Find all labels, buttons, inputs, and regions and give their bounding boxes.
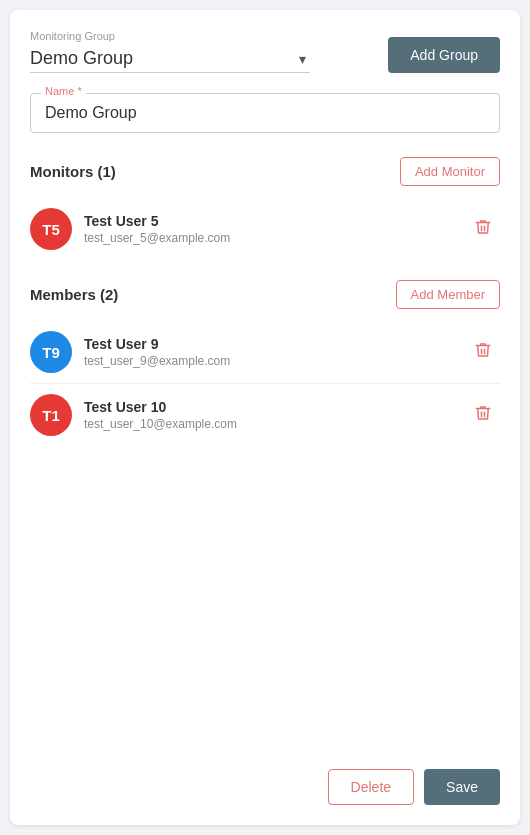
user-email: test_user_5@example.com [84,230,466,247]
monitors-section-header: Monitors (1) Add Monitor [30,157,500,186]
delete-button[interactable]: Delete [328,769,414,805]
main-card: Monitoring Group Demo Group ▾ Add Group … [10,10,520,825]
delete-monitor-button[interactable] [466,214,500,245]
trash-icon [474,218,492,236]
avatar-initials: T9 [42,344,60,361]
monitor-row: T5 Test User 5 test_user_5@example.com [30,198,500,260]
monitoring-group-select[interactable]: Demo Group [30,44,310,73]
trash-icon [474,341,492,359]
delete-member-button[interactable] [466,337,500,368]
footer-row: Delete Save [328,769,500,805]
member-row: T1 Test User 10 test_user_10@example.com [30,384,500,446]
avatar-initials: T1 [42,407,60,424]
add-member-button[interactable]: Add Member [396,280,500,309]
user-name: Test User 9 [84,335,466,353]
avatar: T9 [30,331,72,373]
members-section: Members (2) Add Member T9 Test User 9 te… [30,280,500,446]
user-email: test_user_10@example.com [84,416,466,433]
avatar: T1 [30,394,72,436]
avatar: T5 [30,208,72,250]
user-name: Test User 10 [84,398,466,416]
monitors-section: Monitors (1) Add Monitor T5 Test User 5 … [30,157,500,260]
user-email: test_user_9@example.com [84,353,466,370]
header-row: Monitoring Group Demo Group ▾ Add Group [30,30,500,73]
dropdown-select-wrapper: Demo Group ▾ [30,44,310,73]
user-info: Test User 10 test_user_10@example.com [84,398,466,433]
members-section-header: Members (2) Add Member [30,280,500,309]
member-row: T9 Test User 9 test_user_9@example.com [30,321,500,384]
name-input[interactable] [45,104,485,122]
add-monitor-button[interactable]: Add Monitor [400,157,500,186]
monitors-title: Monitors (1) [30,163,116,180]
trash-icon [474,404,492,422]
user-name: Test User 5 [84,212,466,230]
save-button[interactable]: Save [424,769,500,805]
add-group-button[interactable]: Add Group [388,37,500,73]
name-field-label: Name * [41,85,86,97]
dropdown-label: Monitoring Group [30,30,310,42]
user-info: Test User 9 test_user_9@example.com [84,335,466,370]
delete-member-button[interactable] [466,400,500,431]
name-field-wrapper: Name * [30,93,500,133]
dropdown-wrapper: Monitoring Group Demo Group ▾ [30,30,310,73]
avatar-initials: T5 [42,221,60,238]
monitors-list: T5 Test User 5 test_user_5@example.com [30,198,500,260]
members-list: T9 Test User 9 test_user_9@example.com [30,321,500,446]
members-title: Members (2) [30,286,118,303]
user-info: Test User 5 test_user_5@example.com [84,212,466,247]
